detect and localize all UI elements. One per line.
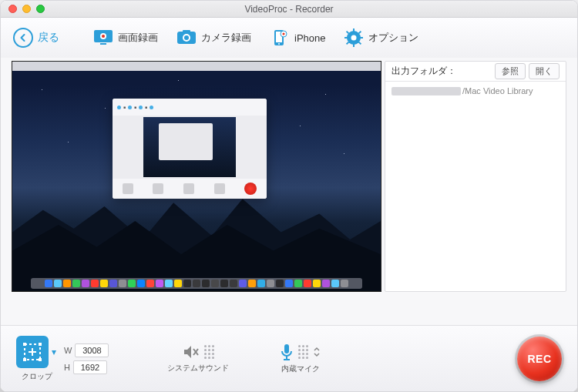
bottom-bar: ▾ クロップ W 3008 H 1692 システムサウンド <box>1 325 577 391</box>
zoom-window-button[interactable] <box>36 5 45 13</box>
gear-icon <box>344 29 364 46</box>
record-label: REC <box>527 353 551 365</box>
microphone-icon <box>280 343 294 360</box>
microphone-control[interactable]: 内蔵マイク <box>280 343 321 374</box>
iphone-icon <box>270 29 290 46</box>
close-window-button[interactable] <box>8 5 17 13</box>
svg-rect-7 <box>183 30 190 33</box>
svg-rect-26 <box>23 358 26 361</box>
svg-rect-27 <box>39 358 42 361</box>
browse-button[interactable]: 参照 <box>495 63 526 79</box>
window-title: VideoProc - Recorder <box>1 4 577 15</box>
svg-point-2 <box>102 35 105 38</box>
tab-iphone[interactable]: iPhone <box>262 26 333 49</box>
monitor-icon <box>93 29 113 46</box>
svg-rect-18 <box>360 37 363 39</box>
svg-point-6 <box>184 35 189 40</box>
path-redacted <box>391 87 461 95</box>
traffic-lights <box>1 5 45 13</box>
tab-screen-record[interactable]: 画面録画 <box>86 26 166 49</box>
svg-rect-25 <box>39 343 42 346</box>
svg-rect-17 <box>344 37 348 39</box>
crop-button[interactable] <box>16 336 49 368</box>
tab-camera-record[interactable]: カメラ録画 <box>169 26 259 49</box>
camera-icon <box>176 29 197 46</box>
recording-preview[interactable]: ■■■ <box>12 61 381 292</box>
content-area: ■■■ 出力フ <box>1 58 577 325</box>
level-icon <box>298 345 308 359</box>
crop-dropdown[interactable]: ▾ <box>50 347 58 357</box>
path-suffix: /Mac Video Library <box>462 86 533 95</box>
speaker-mute-icon <box>183 344 200 360</box>
tab-label: オプション <box>368 31 418 45</box>
level-icon <box>204 345 214 359</box>
tab-options[interactable]: オプション <box>336 26 426 49</box>
toolbar: 戻る 画面録画 カメラ録画 iPhone オプション <box>1 18 577 58</box>
crop-label: クロップ <box>22 371 52 382</box>
minimize-window-button[interactable] <box>22 5 31 13</box>
mountains-decor <box>12 188 381 291</box>
svg-rect-24 <box>23 343 26 346</box>
tab-label: 画面録画 <box>118 31 158 45</box>
preview-dock <box>31 278 362 289</box>
microphone-label: 内蔵マイク <box>281 364 320 374</box>
output-folder-label: 出力フォルダ： <box>391 65 456 78</box>
svg-point-12 <box>283 33 285 35</box>
tab-label: カメラ録画 <box>201 31 251 45</box>
preview-menubar <box>12 62 381 71</box>
chevron-updown-icon[interactable] <box>313 346 321 358</box>
width-label: W <box>64 346 72 355</box>
back-button[interactable]: 戻る <box>13 28 59 48</box>
output-path: /Mac Video Library <box>385 82 566 100</box>
svg-point-10 <box>278 43 280 45</box>
record-button[interactable]: REC <box>517 337 562 381</box>
system-sound-control[interactable]: システムサウンド <box>167 344 229 374</box>
height-label: H <box>64 363 70 372</box>
system-sound-label: システムサウンド <box>167 363 229 374</box>
back-label: 戻る <box>38 31 59 45</box>
output-sidebar: 出力フォルダ： 参照 開く /Mac Video Library <box>385 61 566 292</box>
dimensions: W 3008 H 1692 <box>64 343 109 374</box>
sidebar-header: 出力フォルダ： 参照 開く <box>385 62 566 82</box>
svg-point-14 <box>351 35 357 41</box>
tab-label: iPhone <box>294 32 325 44</box>
open-button[interactable]: 開く <box>529 63 560 79</box>
back-arrow-icon <box>13 28 33 48</box>
height-input[interactable]: 1692 <box>73 360 107 374</box>
titlebar: VideoProc - Recorder <box>1 1 577 18</box>
svg-rect-28 <box>284 344 289 353</box>
app-window: VideoProc - Recorder 戻る 画面録画 カメラ録画 iPho <box>0 0 578 392</box>
svg-rect-16 <box>353 44 355 47</box>
svg-rect-3 <box>100 43 106 45</box>
width-input[interactable]: 3008 <box>75 343 109 357</box>
svg-rect-15 <box>353 28 355 32</box>
preview-nested-window: ■■■ <box>113 99 267 199</box>
